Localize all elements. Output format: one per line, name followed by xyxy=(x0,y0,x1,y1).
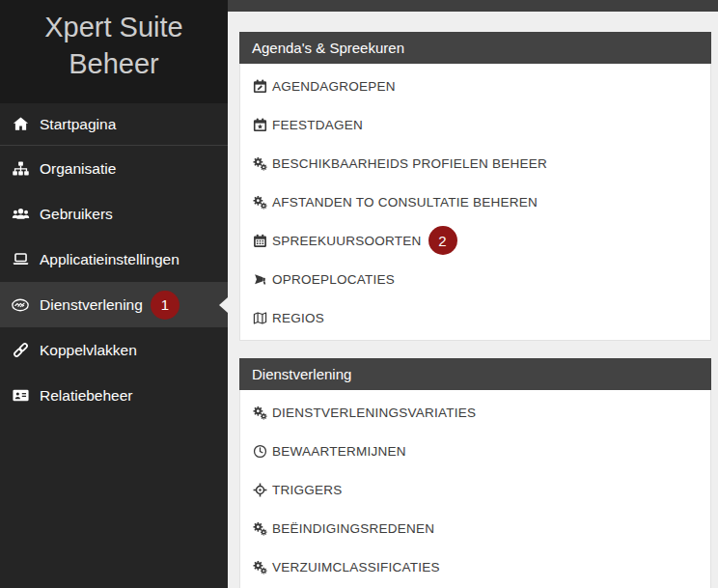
sidebar-item-label: Organisatie xyxy=(40,160,116,178)
map-icon xyxy=(251,310,268,326)
home-icon xyxy=(8,115,33,133)
menu-item-label: FEESTDAGEN xyxy=(272,118,363,132)
menu-item-label: BEËINDIGINGSREDENEN xyxy=(272,521,434,536)
users-icon xyxy=(8,205,33,223)
menu-item-label: SPREEKUURSOORTEN xyxy=(272,234,422,248)
menu-item-feestdagen[interactable]: FEESTDAGEN xyxy=(240,105,710,144)
sidebar-item-relatiebeheer[interactable]: Relatiebeheer xyxy=(0,373,228,418)
sidebar-menu: Startpagina Organisatie xyxy=(0,103,228,418)
menu-item-beeindigingsredenen[interactable]: BEËINDIGINGSREDENEN xyxy=(240,509,710,547)
menu-item-triggers[interactable]: TRIGGERS xyxy=(240,470,710,509)
sidebar-item-label: Applicatieinstellingen xyxy=(40,251,180,268)
sidebar: Xpert Suite Beheer Startpagina xyxy=(0,0,228,588)
menu-item-label: BESCHIKBAARHEIDS PROFIELEN BEHEER xyxy=(272,156,547,171)
sidebar-item-dienstverlening[interactable]: Dienstverlening 1 xyxy=(0,282,228,327)
calendar-edit-icon xyxy=(251,78,268,95)
cogs-icon xyxy=(251,155,268,172)
menu-item-label: OPROEPLOCATIES xyxy=(272,272,395,287)
crosshairs-icon xyxy=(251,482,268,498)
menu-item-dienstverleningsvariaties[interactable]: DIENSTVERLENINGSVARIATIES xyxy=(240,393,710,432)
app-title-line2: Beheer xyxy=(0,45,228,82)
menu-item-agendagroepen[interactable]: AGENDAGROEPEN xyxy=(240,67,710,105)
menu-item-verzuimclassificaties[interactable]: VERZUIMCLASSIFICATIES xyxy=(240,547,710,586)
menu-item-spreekuursoorten[interactable]: SPREEKUURSOORTEN 2 xyxy=(240,221,710,260)
top-bar xyxy=(228,0,718,12)
menu-item-label: BEWAARTERMIJNEN xyxy=(272,444,406,459)
cogs-icon xyxy=(251,405,268,421)
sidebar-item-organisatie[interactable]: Organisatie xyxy=(0,146,228,191)
section-dienstverlening: Dienstverlening xyxy=(239,358,711,588)
card-header-agendas-spreekuren: Agenda's & Spreekuren xyxy=(239,32,711,64)
clock-icon xyxy=(251,443,268,460)
bullhorn-icon xyxy=(251,271,268,288)
card-list: DIENSTVERLENINGSVARIATIES BEWAARTERMIJNE… xyxy=(240,390,710,588)
sidebar-item-label: Relatiebeheer xyxy=(40,387,133,405)
menu-item-label: AFSTANDEN TO CONSULTATIE BEHEREN xyxy=(272,195,538,210)
main-content: Agenda's & Spreekuren AGENDAGROEPEN xyxy=(228,0,718,588)
laptop-icon xyxy=(8,250,33,268)
card-list: AGENDAGROEPEN FEESTDAGEN xyxy=(240,64,710,340)
menu-item-beschikbaarheids-profielen-beheer[interactable]: BESCHIKBAARHEIDS PROFIELEN BEHEER xyxy=(240,144,710,182)
menu-item-label: VERZUIMCLASSIFICATIES xyxy=(272,560,440,574)
step-badge-1: 1 xyxy=(151,291,180,320)
sitemap-icon xyxy=(8,159,33,178)
app-root: Xpert Suite Beheer Startpagina xyxy=(0,0,718,588)
sidebar-item-applicatieinstellingen[interactable]: Applicatieinstellingen xyxy=(0,237,228,282)
section-agendas-spreekuren: Agenda's & Spreekuren AGENDAGROEPEN xyxy=(239,32,711,341)
calendar-star-icon xyxy=(251,117,268,133)
cogs-icon xyxy=(251,194,268,210)
menu-item-oproeplocaties[interactable]: OPROEPLOCATIES xyxy=(240,260,710,298)
step-badge-2: 2 xyxy=(428,226,457,255)
sidebar-item-label: Dienstverlening xyxy=(40,296,143,314)
cogs-icon xyxy=(251,520,268,537)
address-card-icon xyxy=(8,386,33,405)
sidebar-item-gebruikers[interactable]: Gebruikers xyxy=(0,191,228,237)
menu-item-label: DIENSTVERLENINGSVARIATIES xyxy=(272,406,476,420)
menu-item-label: TRIGGERS xyxy=(272,483,343,497)
sidebar-item-label: Gebruikers xyxy=(40,206,113,223)
cogs-icon xyxy=(251,559,268,575)
link-icon xyxy=(8,341,33,359)
menu-item-afstanden-to-consultatie-beheren[interactable]: AFSTANDEN TO CONSULTATIE BEHEREN xyxy=(240,182,710,221)
app-title-line1: Xpert Suite xyxy=(0,9,228,45)
menu-item-regios[interactable]: REGIOS xyxy=(240,298,710,337)
menu-item-label: REGIOS xyxy=(272,311,324,325)
calendar-grid-icon xyxy=(251,233,268,249)
card-header-dienstverlening: Dienstverlening xyxy=(239,358,711,390)
menu-item-label: AGENDAGROEPEN xyxy=(272,79,396,94)
menu-item-bewaartermijnen[interactable]: BEWAARTERMIJNEN xyxy=(240,432,710,470)
sidebar-item-label: Koppelvlakken xyxy=(40,342,137,359)
sidebar-item-label: Startpagina xyxy=(40,116,116,133)
sidebar-item-startpagina[interactable]: Startpagina xyxy=(0,103,228,146)
app-title: Xpert Suite Beheer xyxy=(0,0,228,103)
handshake-icon xyxy=(8,295,33,315)
sidebar-item-koppelvlakken[interactable]: Koppelvlakken xyxy=(0,327,228,373)
